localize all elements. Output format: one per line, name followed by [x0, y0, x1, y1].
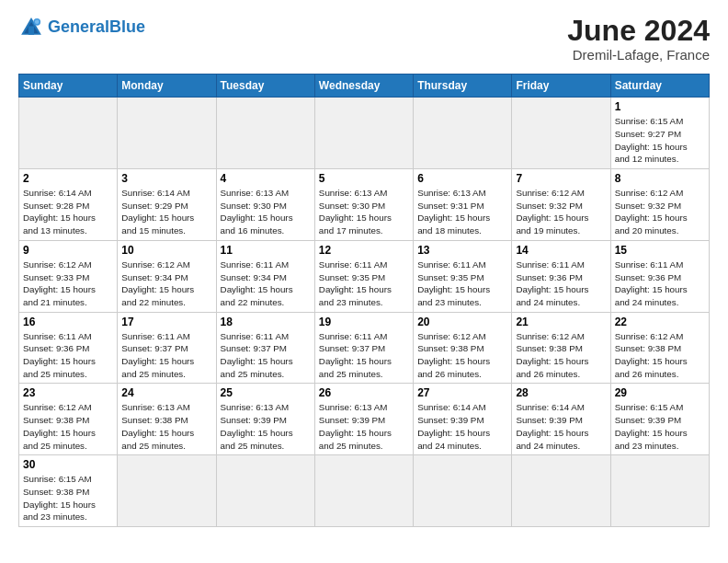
day-number: 17 [121, 316, 211, 328]
calendar-day: 5Sunrise: 6:13 AM Sunset: 9:30 PM Daylig… [314, 169, 413, 241]
day-number: 18 [221, 316, 311, 328]
calendar-week-row: 1Sunrise: 6:15 AM Sunset: 9:27 PM Daylig… [19, 98, 710, 169]
calendar-day [512, 455, 610, 527]
day-number: 20 [417, 316, 507, 328]
day-number: 29 [615, 386, 705, 399]
calendar-day: 12Sunrise: 6:11 AM Sunset: 9:35 PM Dayli… [314, 240, 413, 312]
day-number: 21 [516, 316, 606, 328]
day-info: Sunrise: 6:12 AM Sunset: 9:33 PM Dayligh… [23, 259, 113, 309]
day-number: 24 [121, 386, 211, 399]
calendar-day [118, 455, 216, 527]
day-number: 19 [319, 316, 409, 328]
day-info: Sunrise: 6:12 AM Sunset: 9:38 PM Dayligh… [23, 401, 113, 452]
day-info: Sunrise: 6:11 AM Sunset: 9:37 PM Dayligh… [121, 330, 211, 381]
logo: GeneralBlue [18, 15, 145, 40]
calendar-day [512, 98, 610, 169]
calendar-header-row: SundayMondayTuesdayWednesdayThursdayFrid… [19, 75, 710, 98]
title-block: June 2024 Dremil-Lafage, France [567, 15, 710, 63]
calendar-day: 17Sunrise: 6:11 AM Sunset: 9:37 PM Dayli… [118, 312, 216, 384]
calendar-day: 21Sunrise: 6:12 AM Sunset: 9:38 PM Dayli… [512, 312, 610, 384]
day-number: 30 [23, 458, 113, 471]
col-header-friday: Friday [512, 75, 610, 98]
day-info: Sunrise: 6:12 AM Sunset: 9:34 PM Dayligh… [121, 259, 211, 309]
calendar-day [314, 98, 413, 169]
day-number: 15 [615, 244, 705, 257]
day-info: Sunrise: 6:11 AM Sunset: 9:36 PM Dayligh… [615, 259, 705, 309]
day-number: 9 [23, 244, 113, 257]
calendar-day [216, 455, 314, 527]
day-number: 11 [221, 244, 311, 257]
calendar-day: 9Sunrise: 6:12 AM Sunset: 9:33 PM Daylig… [19, 240, 118, 312]
day-number: 13 [417, 244, 507, 257]
day-number: 4 [221, 172, 311, 185]
day-info: Sunrise: 6:15 AM Sunset: 9:39 PM Dayligh… [615, 401, 705, 452]
page: GeneralBlue June 2024 Dremil-Lafage, Fra… [0, 0, 728, 546]
day-info: Sunrise: 6:13 AM Sunset: 9:31 PM Dayligh… [417, 187, 507, 237]
day-info: Sunrise: 6:12 AM Sunset: 9:32 PM Dayligh… [615, 187, 705, 237]
day-info: Sunrise: 6:15 AM Sunset: 9:38 PM Dayligh… [23, 473, 113, 523]
day-info: Sunrise: 6:11 AM Sunset: 9:37 PM Dayligh… [319, 330, 409, 381]
calendar-day [314, 455, 413, 527]
day-info: Sunrise: 6:13 AM Sunset: 9:38 PM Dayligh… [121, 401, 211, 452]
day-number: 1 [615, 100, 705, 113]
logo-general: General [48, 17, 109, 36]
day-number: 12 [319, 244, 409, 257]
calendar-day: 26Sunrise: 6:13 AM Sunset: 9:39 PM Dayli… [314, 384, 413, 455]
calendar-day: 25Sunrise: 6:13 AM Sunset: 9:39 PM Dayli… [216, 384, 314, 455]
day-info: Sunrise: 6:11 AM Sunset: 9:35 PM Dayligh… [417, 259, 507, 309]
calendar-day: 22Sunrise: 6:12 AM Sunset: 9:38 PM Dayli… [610, 312, 709, 384]
calendar-day: 6Sunrise: 6:13 AM Sunset: 9:31 PM Daylig… [414, 169, 512, 241]
calendar-week-row: 23Sunrise: 6:12 AM Sunset: 9:38 PM Dayli… [19, 384, 710, 455]
calendar-week-row: 9Sunrise: 6:12 AM Sunset: 9:33 PM Daylig… [19, 240, 710, 312]
calendar: SundayMondayTuesdayWednesdayThursdayFrid… [18, 74, 710, 527]
calendar-day: 27Sunrise: 6:14 AM Sunset: 9:39 PM Dayli… [414, 384, 512, 455]
calendar-day: 20Sunrise: 6:12 AM Sunset: 9:38 PM Dayli… [414, 312, 512, 384]
calendar-day: 30Sunrise: 6:15 AM Sunset: 9:38 PM Dayli… [19, 455, 118, 527]
day-number: 10 [121, 244, 211, 257]
calendar-day: 7Sunrise: 6:12 AM Sunset: 9:32 PM Daylig… [512, 169, 610, 241]
calendar-day [414, 98, 512, 169]
header: GeneralBlue June 2024 Dremil-Lafage, Fra… [18, 15, 710, 63]
calendar-day: 13Sunrise: 6:11 AM Sunset: 9:35 PM Dayli… [414, 240, 512, 312]
day-info: Sunrise: 6:14 AM Sunset: 9:39 PM Dayligh… [417, 401, 507, 452]
day-number: 14 [516, 244, 606, 257]
day-info: Sunrise: 6:14 AM Sunset: 9:29 PM Dayligh… [121, 187, 211, 237]
calendar-week-row: 30Sunrise: 6:15 AM Sunset: 9:38 PM Dayli… [19, 455, 710, 527]
day-info: Sunrise: 6:13 AM Sunset: 9:30 PM Dayligh… [319, 187, 409, 237]
logo-text: GeneralBlue [48, 18, 145, 37]
day-info: Sunrise: 6:14 AM Sunset: 9:39 PM Dayligh… [516, 401, 606, 452]
calendar-day [19, 98, 118, 169]
day-number: 23 [23, 386, 113, 399]
svg-rect-2 [28, 26, 34, 34]
calendar-day: 1Sunrise: 6:15 AM Sunset: 9:27 PM Daylig… [610, 98, 709, 169]
day-number: 6 [417, 172, 507, 185]
day-number: 8 [615, 172, 705, 185]
day-number: 3 [121, 172, 211, 185]
calendar-day [414, 455, 512, 527]
day-number: 7 [516, 172, 606, 185]
calendar-day: 11Sunrise: 6:11 AM Sunset: 9:34 PM Dayli… [216, 240, 314, 312]
calendar-day: 10Sunrise: 6:12 AM Sunset: 9:34 PM Dayli… [118, 240, 216, 312]
col-header-wednesday: Wednesday [314, 75, 413, 98]
calendar-day [610, 455, 709, 527]
month-title: June 2024 [567, 15, 710, 47]
logo-icon [18, 15, 44, 40]
svg-point-4 [35, 19, 40, 24]
calendar-day: 8Sunrise: 6:12 AM Sunset: 9:32 PM Daylig… [610, 169, 709, 241]
day-number: 5 [319, 172, 409, 185]
day-info: Sunrise: 6:15 AM Sunset: 9:27 PM Dayligh… [615, 115, 705, 166]
col-header-thursday: Thursday [414, 75, 512, 98]
day-info: Sunrise: 6:11 AM Sunset: 9:36 PM Dayligh… [516, 259, 606, 309]
calendar-day: 28Sunrise: 6:14 AM Sunset: 9:39 PM Dayli… [512, 384, 610, 455]
calendar-day: 29Sunrise: 6:15 AM Sunset: 9:39 PM Dayli… [610, 384, 709, 455]
day-info: Sunrise: 6:13 AM Sunset: 9:39 PM Dayligh… [221, 401, 311, 452]
calendar-day: 23Sunrise: 6:12 AM Sunset: 9:38 PM Dayli… [19, 384, 118, 455]
day-number: 26 [319, 386, 409, 399]
calendar-day: 24Sunrise: 6:13 AM Sunset: 9:38 PM Dayli… [118, 384, 216, 455]
day-info: Sunrise: 6:11 AM Sunset: 9:37 PM Dayligh… [221, 330, 311, 381]
day-info: Sunrise: 6:12 AM Sunset: 9:38 PM Dayligh… [615, 330, 705, 381]
day-info: Sunrise: 6:12 AM Sunset: 9:32 PM Dayligh… [516, 187, 606, 237]
day-number: 16 [23, 316, 113, 328]
col-header-saturday: Saturday [610, 75, 709, 98]
col-header-tuesday: Tuesday [216, 75, 314, 98]
